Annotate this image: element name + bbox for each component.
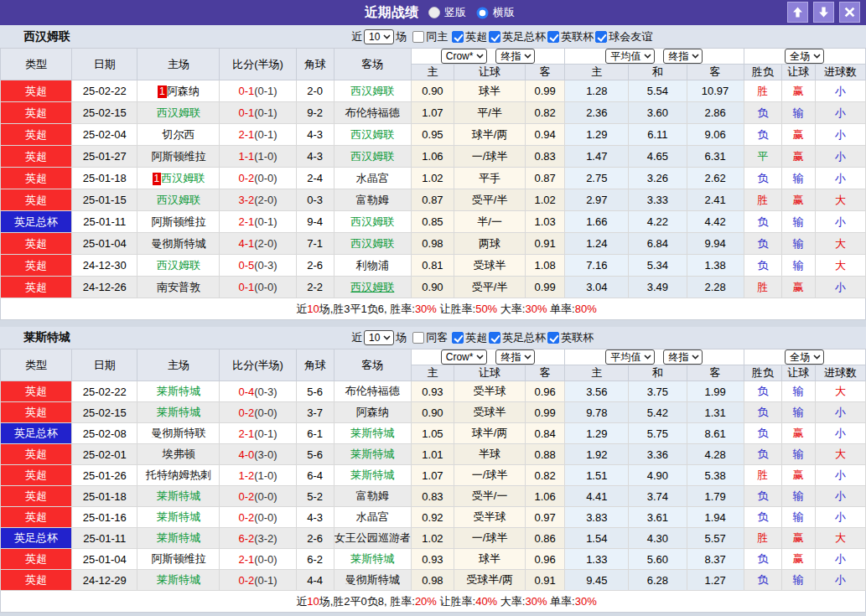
away-team[interactable]: 西汉姆联: [334, 146, 411, 168]
avg-odds-away: 2.28: [687, 277, 744, 298]
league-checkbox[interactable]: [489, 332, 500, 344]
home-team[interactable]: 莱斯特城: [137, 402, 220, 423]
avg-odds-away: 5.38: [687, 465, 744, 486]
away-team[interactable]: 富勒姆: [334, 486, 411, 507]
handicap-odds-away: 1.06: [526, 486, 565, 507]
away-team[interactable]: 莱斯特城: [334, 465, 411, 486]
corner-count: 6-4: [296, 465, 334, 486]
home-team[interactable]: 南安普敦: [137, 277, 220, 298]
avg-odds-home: 4.41: [565, 486, 629, 507]
handicap-odds-away: 0.86: [526, 528, 565, 549]
away-team[interactable]: 西汉姆联: [334, 277, 411, 298]
same-venue-checkbox[interactable]: [412, 31, 424, 43]
result-goals: 小: [815, 465, 865, 486]
result-goals: 大: [815, 255, 865, 277]
result-outcome: 负: [744, 381, 781, 402]
away-team[interactable]: 富勒姆: [334, 189, 411, 211]
league-checkbox[interactable]: [489, 31, 500, 43]
home-team[interactable]: 莱斯特城: [137, 570, 220, 591]
league-checkbox[interactable]: [452, 332, 464, 344]
home-team[interactable]: 曼彻斯特联: [137, 423, 220, 444]
home-team[interactable]: 阿斯顿维拉: [137, 146, 220, 168]
away-team[interactable]: 莱斯特城: [334, 444, 411, 465]
home-team[interactable]: 托特纳姆热刺: [137, 465, 220, 486]
avg-odds-draw: 3.75: [629, 381, 687, 402]
away-team[interactable]: 水晶宫: [334, 168, 411, 189]
avg-odds-draw: 4.65: [629, 146, 687, 168]
away-team[interactable]: 西汉姆联: [334, 80, 411, 102]
match-row: 英足总杯25-01-11阿斯顿维拉2-1(0-1)9-4西汉姆联0.85半/一1…: [1, 211, 866, 233]
away-team[interactable]: 女王公园巡游者: [334, 528, 411, 549]
handicap-odds-home: 0.81: [411, 255, 454, 277]
avg-odds-home: 7.16: [565, 255, 629, 277]
home-team[interactable]: 1西汉姆联: [137, 168, 220, 189]
away-team[interactable]: 西汉姆联: [334, 124, 411, 146]
avg-odds-away: 4.42: [687, 211, 744, 233]
home-team[interactable]: 莱斯特城: [137, 528, 220, 549]
away-team[interactable]: 莱斯特城: [334, 423, 411, 444]
europe-odds-group-header: 平均值终指: [565, 349, 744, 365]
home-team[interactable]: 西汉姆联: [137, 189, 220, 211]
result-handicap: 赢: [781, 124, 815, 146]
home-team[interactable]: 莱斯特城: [137, 381, 220, 402]
odds-time-select[interactable]: 终指: [495, 349, 535, 365]
league-checkbox[interactable]: [547, 31, 559, 43]
match-row: 英足总杯25-02-08曼彻斯特联2-1(0-1)6-1莱斯特城1.05球半/两…: [1, 423, 866, 444]
bookmaker-select[interactable]: Crow*: [441, 49, 488, 64]
recent-count-select[interactable]: 10: [364, 29, 394, 44]
home-team[interactable]: 西汉姆联: [137, 102, 220, 124]
away-team[interactable]: 阿森纳: [334, 402, 411, 423]
away-team[interactable]: 布伦特福德: [334, 102, 411, 124]
recent-count-select[interactable]: 10: [364, 330, 394, 345]
close-button[interactable]: [839, 2, 860, 23]
move-down-button[interactable]: [813, 2, 834, 23]
radio-horizontal-layout[interactable]: 横版: [476, 5, 515, 20]
period-select[interactable]: 全场: [785, 49, 824, 64]
away-team[interactable]: 西汉姆联: [334, 211, 411, 233]
odds-time-select2[interactable]: 终指: [663, 49, 703, 64]
sub-column-header: 客: [687, 365, 744, 381]
odds-time-select2[interactable]: 终指: [663, 349, 703, 365]
home-team[interactable]: 阿斯顿维拉: [137, 549, 220, 570]
home-team[interactable]: 曼彻斯特城: [137, 233, 220, 255]
avg-odds-select[interactable]: 平均值: [605, 49, 655, 64]
home-team[interactable]: 1阿森纳: [137, 80, 220, 102]
corner-count: 5-6: [296, 444, 334, 465]
avg-odds-select[interactable]: 平均值: [605, 349, 655, 365]
away-team[interactable]: 利物浦: [334, 255, 411, 277]
home-team[interactable]: 莱斯特城: [137, 507, 220, 528]
odds-time-select[interactable]: 终指: [495, 49, 535, 64]
away-team[interactable]: 曼彻斯特城: [334, 570, 411, 591]
away-team[interactable]: 莱斯特城: [334, 549, 411, 570]
league-checkbox[interactable]: [595, 31, 607, 43]
corner-count: 5-2: [296, 486, 334, 507]
league-checkbox[interactable]: [547, 332, 559, 344]
title-bar: 近期战绩 竖版 横版: [0, 0, 866, 25]
radio-vertical-layout[interactable]: 竖版: [428, 5, 466, 20]
handicap-odds-away: 0.91: [526, 570, 565, 591]
away-team[interactable]: 水晶宫: [334, 507, 411, 528]
league-type-badge: 英超: [1, 124, 72, 146]
corner-count: 9-2: [296, 102, 334, 124]
away-team[interactable]: 西汉姆联: [334, 233, 411, 255]
away-team[interactable]: 布伦特福德: [334, 381, 411, 402]
period-select[interactable]: 全场: [785, 349, 824, 365]
league-type-badge: 英超: [1, 255, 72, 277]
same-venue-checkbox[interactable]: [412, 332, 424, 344]
team-name: 西汉姆联: [23, 29, 70, 44]
bookmaker-select[interactable]: Crow*: [441, 349, 488, 365]
home-team[interactable]: 埃弗顿: [137, 444, 220, 465]
avg-odds-draw: 3.36: [629, 444, 687, 465]
league-checkbox[interactable]: [452, 31, 464, 43]
corner-count: 2-6: [296, 528, 334, 549]
home-team[interactable]: 切尔西: [137, 124, 220, 146]
home-team[interactable]: 阿斯顿维拉: [137, 211, 220, 233]
match-date: 24-12-29: [72, 570, 137, 591]
move-up-button[interactable]: [787, 2, 808, 23]
home-team[interactable]: 莱斯特城: [137, 486, 220, 507]
handicap-odds-home: 1.05: [411, 423, 454, 444]
match-date: 25-01-11: [72, 528, 137, 549]
avg-odds-draw: 4.90: [629, 465, 687, 486]
home-team[interactable]: 西汉姆联: [137, 255, 220, 277]
radio-unselected-icon: [428, 7, 440, 18]
